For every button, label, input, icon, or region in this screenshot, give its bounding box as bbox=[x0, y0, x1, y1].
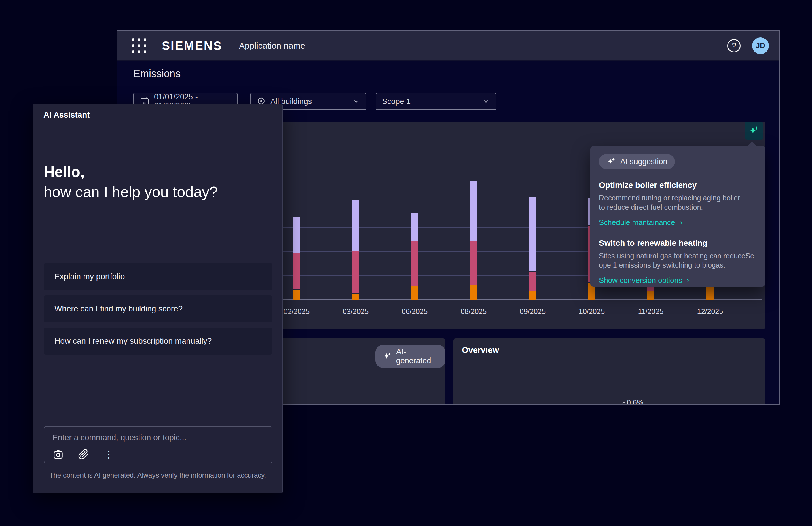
x-axis-label: 08/2025 bbox=[451, 307, 497, 316]
stacked-bar-09/2025[interactable] bbox=[529, 197, 536, 300]
x-axis-label: 09/2025 bbox=[510, 307, 556, 316]
help-icon[interactable]: ? bbox=[727, 39, 741, 53]
ai-suggestion-badge: AI suggestion bbox=[599, 154, 675, 169]
suggestion-building-score[interactable]: Where can I find my building score? bbox=[44, 295, 272, 322]
top-segment bbox=[293, 217, 300, 254]
callout-lines bbox=[453, 339, 765, 405]
top-segment bbox=[411, 213, 418, 242]
stacked-bar-02/2025[interactable] bbox=[293, 217, 300, 300]
middle-segment bbox=[352, 251, 359, 294]
ai-sparkle-icon bbox=[748, 125, 760, 137]
suggestion-renew-subscription[interactable]: How can I renew my subscription manually… bbox=[44, 328, 272, 355]
app-launcher-icon[interactable] bbox=[130, 37, 148, 55]
ai-assistant-header: AI Assistant bbox=[33, 104, 282, 126]
suggestion-explain-portfolio[interactable]: Explain my portfolio bbox=[44, 263, 272, 290]
scope-filter[interactable]: Scope 1 bbox=[376, 93, 496, 110]
top-segment bbox=[352, 200, 359, 251]
chevron-right-icon: › bbox=[687, 276, 689, 285]
suggestion-title: Switch to renewable heating bbox=[599, 239, 757, 248]
ai-generated-badge-label: AI-generated bbox=[396, 347, 438, 365]
x-axis-label: 11/2025 bbox=[628, 307, 674, 316]
x-axis-label: 12/2025 bbox=[687, 307, 733, 316]
bottom-segment bbox=[411, 286, 418, 300]
ai-assistant-panel: AI Assistant Hello, how can I help you t… bbox=[32, 104, 283, 494]
x-axis-label: 03/2025 bbox=[333, 307, 379, 316]
stacked-bar-08/2025[interactable] bbox=[470, 181, 477, 300]
middle-segment bbox=[529, 272, 536, 291]
bottom-segment bbox=[352, 294, 359, 300]
sparkle-icon bbox=[383, 352, 392, 361]
sparkle-icon bbox=[606, 157, 616, 167]
bottom-segment bbox=[293, 290, 300, 300]
x-axis-label: 06/2025 bbox=[392, 307, 438, 316]
top-segment bbox=[529, 197, 536, 272]
overview-card: Overview 0.6% 10.71% bbox=[453, 339, 765, 405]
app-header: SIEMENS Application name ? JD bbox=[117, 31, 779, 61]
page: SIEMENS Application name ? JD Emissions … bbox=[0, 0, 812, 526]
overview-title: Overview bbox=[462, 345, 499, 355]
bottom-segment bbox=[470, 285, 477, 300]
chevron-down-icon bbox=[352, 98, 360, 105]
schedule-maintenance-link[interactable]: Schedule mantainance › bbox=[599, 218, 757, 227]
assistant-input[interactable] bbox=[53, 431, 260, 444]
assistant-input-box: ⋮ bbox=[44, 426, 272, 464]
middle-segment bbox=[411, 241, 418, 286]
assistant-greeting: Hello, how can I help you today? bbox=[44, 161, 218, 202]
show-conversion-options-link[interactable]: Show conversion options › bbox=[599, 276, 757, 285]
suggestion-body: Sites using natural gas for heating can … bbox=[599, 251, 757, 270]
ai-suggestion-popup: AI suggestion Optimize boiler efficiency… bbox=[590, 146, 765, 287]
camera-icon[interactable] bbox=[53, 449, 64, 460]
application-name: Application name bbox=[239, 41, 305, 51]
scope-filter-value: Scope 1 bbox=[382, 97, 411, 106]
ai-generated-badge: AI-generated bbox=[376, 345, 446, 368]
page-title: Emissions bbox=[133, 68, 180, 80]
stacked-bar-03/2025[interactable] bbox=[352, 200, 359, 300]
bottom-segment bbox=[529, 291, 536, 300]
avatar[interactable]: JD bbox=[752, 38, 769, 54]
chevron-down-icon bbox=[482, 98, 490, 105]
stacked-bar-06/2025[interactable] bbox=[411, 213, 418, 300]
middle-segment bbox=[293, 254, 300, 290]
siemens-logo: SIEMENS bbox=[162, 39, 222, 53]
attachment-icon[interactable] bbox=[78, 449, 89, 460]
ai-sparkle-button[interactable] bbox=[745, 122, 763, 140]
ai-assistant-title: AI Assistant bbox=[43, 110, 90, 119]
suggestion-body: Recommend tuning or replacing aging boil… bbox=[599, 193, 757, 212]
bottom-segment bbox=[647, 291, 654, 300]
top-segment bbox=[470, 181, 477, 241]
popup-caret bbox=[747, 141, 757, 146]
ai-suggestion-badge-label: AI suggestion bbox=[620, 157, 667, 166]
suggestion-title: Optimize boiler efficiency bbox=[599, 181, 757, 190]
chevron-right-icon: › bbox=[680, 218, 682, 227]
more-options-icon[interactable]: ⋮ bbox=[103, 449, 115, 460]
ai-disclaimer: The content is AI generated. Always veri… bbox=[33, 471, 282, 479]
middle-segment bbox=[470, 241, 477, 285]
x-axis-label: 10/2025 bbox=[569, 307, 615, 316]
pie-callout-label: 0.6% bbox=[627, 398, 643, 405]
